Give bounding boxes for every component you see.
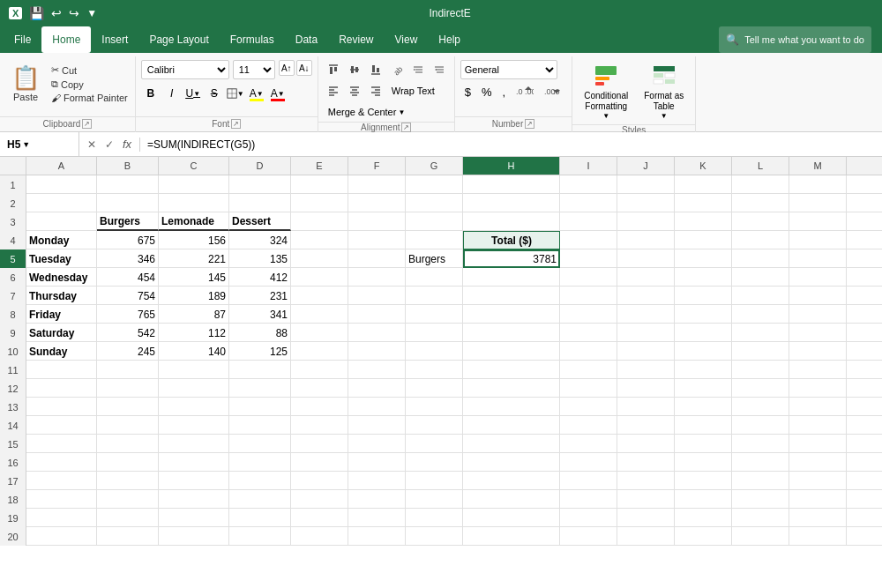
cell-F8[interactable]	[348, 305, 406, 324]
cell-F11[interactable]	[348, 361, 406, 379]
row-num-19[interactable]: 19	[0, 509, 26, 527]
cell-H6[interactable]	[463, 268, 560, 287]
cell-G8[interactable]	[406, 305, 463, 324]
cell-H18[interactable]	[463, 490, 560, 509]
cell-H3[interactable]	[463, 212, 560, 231]
cell-D1[interactable]	[229, 175, 291, 194]
cell-F12[interactable]	[348, 379, 406, 398]
cell-D10[interactable]: 125	[229, 342, 291, 361]
cell-A10[interactable]: Sunday	[26, 342, 97, 361]
cell-H11[interactable]	[463, 361, 560, 379]
row-num-10[interactable]: 10	[0, 342, 26, 361]
cell-L10[interactable]	[732, 342, 789, 361]
cell-C18[interactable]	[159, 490, 229, 509]
cell-I20[interactable]	[560, 527, 617, 546]
cell-M18[interactable]	[789, 490, 847, 509]
cell-E14[interactable]	[291, 416, 348, 435]
cell-B16[interactable]	[97, 453, 159, 472]
clipboard-expander[interactable]: ↗	[82, 119, 92, 129]
cell-A3[interactable]	[26, 212, 97, 231]
menu-review[interactable]: Review	[328, 26, 384, 53]
cell-C9[interactable]: 112	[159, 324, 229, 342]
cell-D9[interactable]: 88	[229, 324, 291, 342]
cell-J13[interactable]	[617, 398, 675, 416]
cell-C2[interactable]	[159, 194, 229, 212]
cell-G1[interactable]	[406, 175, 463, 194]
cell-J19[interactable]	[617, 509, 675, 527]
cell-G11[interactable]	[406, 361, 463, 379]
save-icon[interactable]: 💾	[29, 6, 44, 20]
row-num-14[interactable]: 14	[0, 416, 26, 435]
fill-color-button[interactable]: A▼	[247, 84, 266, 103]
cell-G10[interactable]	[406, 342, 463, 361]
formula-confirm-button[interactable]: ✓	[102, 138, 116, 152]
cell-E7[interactable]	[291, 287, 348, 305]
cell-B10[interactable]: 245	[97, 342, 159, 361]
cell-I6[interactable]	[560, 268, 617, 287]
cell-C19[interactable]	[159, 509, 229, 527]
cell-M12[interactable]	[789, 379, 847, 398]
col-header-L[interactable]: L	[732, 157, 789, 175]
cell-M11[interactable]	[789, 361, 847, 379]
cell-E1[interactable]	[291, 175, 348, 194]
row-num-3[interactable]: 3	[0, 212, 26, 231]
cell-M3[interactable]	[789, 212, 847, 231]
cell-B9[interactable]: 542	[97, 324, 159, 342]
cell-D18[interactable]	[229, 490, 291, 509]
cell-M19[interactable]	[789, 509, 847, 527]
align-left-button[interactable]	[324, 81, 343, 100]
cell-F5[interactable]	[348, 249, 406, 268]
merge-dropdown-icon[interactable]: ▼	[398, 108, 405, 116]
cell-ref-dropdown[interactable]: ▼	[22, 140, 30, 149]
col-header-F[interactable]: F	[348, 157, 406, 175]
cell-K15[interactable]	[675, 435, 732, 453]
cell-F1[interactable]	[348, 175, 406, 194]
col-header-J[interactable]: J	[617, 157, 675, 175]
cell-A19[interactable]	[26, 509, 97, 527]
cell-M5[interactable]	[789, 249, 847, 268]
cell-D8[interactable]: 341	[229, 305, 291, 324]
cell-M4[interactable]	[789, 231, 847, 249]
col-header-B[interactable]: B	[97, 157, 159, 175]
cell-K2[interactable]	[675, 194, 732, 212]
cell-M9[interactable]	[789, 324, 847, 342]
col-header-D[interactable]: D	[229, 157, 291, 175]
cell-D7[interactable]: 231	[229, 287, 291, 305]
cell-I12[interactable]	[560, 379, 617, 398]
cell-M17[interactable]	[789, 472, 847, 490]
redo-icon[interactable]: ↪	[69, 6, 79, 20]
cell-H4[interactable]: Total ($)	[463, 231, 560, 249]
cell-A12[interactable]	[26, 379, 97, 398]
cell-J18[interactable]	[617, 490, 675, 509]
font-name-select[interactable]: Calibri	[141, 60, 229, 79]
percent-button[interactable]: %	[477, 82, 497, 101]
cell-G3[interactable]	[406, 212, 463, 231]
cell-E3[interactable]	[291, 212, 348, 231]
cell-C7[interactable]: 189	[159, 287, 229, 305]
cell-I15[interactable]	[560, 435, 617, 453]
cell-J7[interactable]	[617, 287, 675, 305]
cell-F16[interactable]	[348, 453, 406, 472]
cell-A8[interactable]: Friday	[26, 305, 97, 324]
cell-K19[interactable]	[675, 509, 732, 527]
italic-button[interactable]: I	[162, 84, 182, 103]
formula-cancel-button[interactable]: ✕	[85, 138, 99, 152]
cell-E2[interactable]	[291, 194, 348, 212]
cell-H14[interactable]	[463, 416, 560, 435]
cell-H8[interactable]	[463, 305, 560, 324]
cell-M10[interactable]	[789, 342, 847, 361]
cell-K20[interactable]	[675, 527, 732, 546]
cell-A18[interactable]	[26, 490, 97, 509]
cell-L8[interactable]	[732, 305, 789, 324]
cell-H5[interactable]: 3781	[463, 249, 560, 268]
cell-D17[interactable]	[229, 472, 291, 490]
cell-L5[interactable]	[732, 249, 789, 268]
cell-K5[interactable]	[675, 249, 732, 268]
col-header-C[interactable]: C	[159, 157, 229, 175]
cell-C3[interactable]: Lemonade	[159, 212, 229, 231]
cell-A11[interactable]	[26, 361, 97, 379]
cell-E16[interactable]	[291, 453, 348, 472]
cell-I9[interactable]	[560, 324, 617, 342]
cell-B12[interactable]	[97, 379, 159, 398]
cell-K3[interactable]	[675, 212, 732, 231]
